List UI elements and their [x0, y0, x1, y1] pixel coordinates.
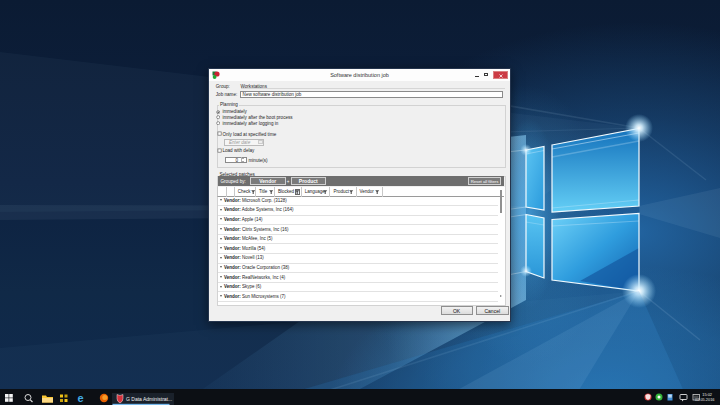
svg-text:e: e [78, 393, 84, 404]
svg-text:G Data Administrat...: G Data Administrat... [126, 396, 172, 402]
